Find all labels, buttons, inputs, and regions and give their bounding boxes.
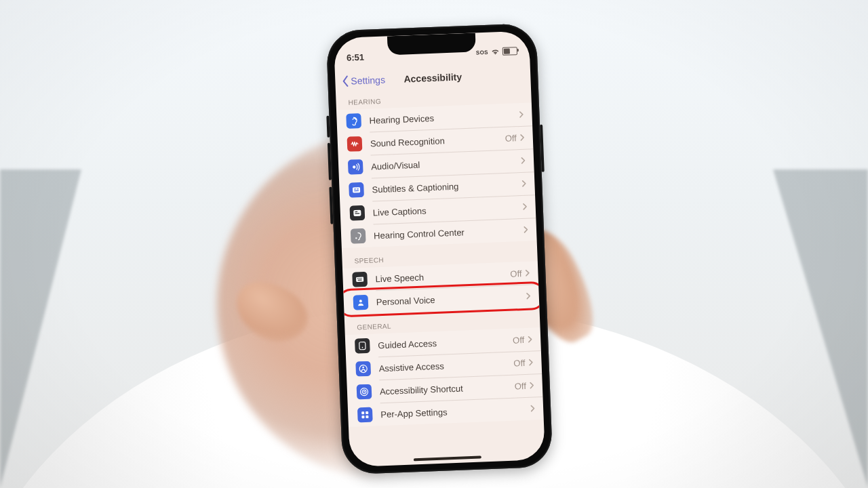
- chevron-right-icon: [520, 157, 526, 165]
- chevron-right-icon: [523, 226, 528, 234]
- row-label: Audio/Visual: [371, 156, 520, 171]
- back-label: Settings: [351, 75, 385, 87]
- row-label: Per-App Settings: [380, 403, 530, 419]
- chevron-right-icon: [527, 336, 532, 344]
- row-value: Off: [513, 334, 525, 345]
- row-value: Off: [505, 133, 517, 144]
- settings-scrollview[interactable]: HEARINGHearing DevicesSound RecognitionO…: [336, 82, 545, 467]
- status-sos: SOS: [476, 49, 488, 56]
- status-icons: SOS: [476, 47, 518, 56]
- section-hearing: Hearing DevicesSound RecognitionOffAudio…: [336, 102, 537, 248]
- row-label: Accessibility Shortcut: [380, 381, 515, 396]
- apps-icon: [357, 407, 373, 423]
- shortcut-icon: [357, 384, 372, 400]
- chevron-right-icon: [521, 180, 526, 188]
- row-label: Hearing Control Center: [374, 224, 523, 240]
- wave-icon: [347, 136, 363, 152]
- row-label: Personal Voice: [376, 291, 526, 306]
- row-value: Off: [513, 357, 526, 368]
- row-label: Assistive Access: [378, 358, 513, 373]
- section-speech: Live SpeechOffPersonal Voice: [342, 261, 539, 314]
- chevron-right-icon: [518, 110, 524, 119]
- row-label: Live Captions: [373, 201, 522, 217]
- row-label: Live Speech: [375, 268, 510, 284]
- row-label: Sound Recognition: [370, 133, 505, 148]
- photo-background: 6:51 SOS Settings Accessibility HEARINGH…: [0, 0, 868, 488]
- status-time: 6:51: [347, 52, 365, 62]
- ear-icon: [346, 113, 361, 129]
- section-general: Guided AccessOffAssistive AccessOffAcces…: [345, 327, 544, 427]
- wifi-icon: [491, 48, 500, 55]
- assist-icon: [355, 361, 371, 377]
- guided-icon: [355, 338, 370, 354]
- av-icon: [348, 159, 363, 175]
- phone-notch: [387, 33, 476, 55]
- chevron-right-icon: [530, 404, 535, 412]
- livecap-icon: [349, 205, 365, 221]
- chevron-left-icon: [340, 75, 351, 88]
- battery-icon: [502, 47, 517, 56]
- phone-screen: 6:51 SOS Settings Accessibility HEARINGH…: [334, 30, 545, 467]
- chevron-right-icon: [528, 359, 533, 367]
- chevron-right-icon: [519, 134, 525, 142]
- earctrl-icon: [351, 228, 366, 244]
- row-label: Subtitles & Captioning: [372, 179, 521, 195]
- chevron-right-icon: [521, 203, 527, 211]
- chevron-right-icon: [529, 381, 534, 389]
- cc-icon: [349, 182, 364, 198]
- person-icon: [353, 295, 369, 310]
- chevron-right-icon: [526, 292, 531, 300]
- back-button[interactable]: Settings: [340, 74, 385, 88]
- keyboard-icon: [352, 272, 368, 287]
- phone-device: 6:51 SOS Settings Accessibility HEARINGH…: [326, 23, 553, 474]
- row-value: Off: [514, 380, 526, 391]
- row-label: Guided Access: [378, 335, 513, 350]
- row-value: Off: [510, 268, 522, 279]
- chevron-right-icon: [524, 269, 530, 277]
- row-label: Hearing Devices: [369, 110, 518, 125]
